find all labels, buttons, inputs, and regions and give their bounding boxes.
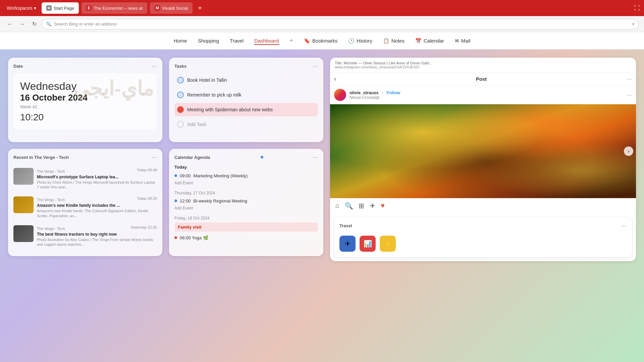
tab-start-page[interactable]: ⊞ Start Page: [42, 2, 79, 14]
travel-icon-1[interactable]: ✈: [339, 236, 356, 252]
calendar-today-title: Today: [174, 165, 318, 170]
travel-card-title: Travel: [339, 223, 352, 228]
calendar-dot: [261, 156, 263, 159]
back-button[interactable]: ←: [5, 19, 15, 29]
calendar-event-2: 12:00 Bi-weekly Regional Meeting: [174, 197, 318, 204]
nav-notes-label: Notes: [391, 38, 405, 44]
calendar-event-highlight: Family visit: [174, 223, 318, 232]
verge-desc-3: Photo illustration by Alex Castro / The …: [37, 237, 157, 247]
travel-card: Travel ⋯ ✈ 📊 ⚡: [334, 217, 632, 257]
instagram-add-button[interactable]: ⊞: [359, 202, 364, 210]
travel-icon-2[interactable]: 📊: [360, 236, 376, 252]
calendar-friday-section: Friday, 18 Oct 2024 Family visit 06:00 Y…: [174, 216, 318, 241]
add-task-icon: [177, 121, 184, 128]
calendar-icon: 📅: [415, 38, 422, 44]
date-card: Date ⋯ Wednesday 16 October 2024 Week 42…: [8, 58, 162, 142]
instagram-search-button[interactable]: 🔍: [345, 202, 353, 210]
nav-bookmarks-label: Bookmarks: [312, 38, 337, 44]
search-icon: 🔍: [46, 21, 51, 26]
instagram-card: Title: Micheile — Olivie Strauss | Like …: [330, 58, 636, 261]
verge-card-menu[interactable]: ⋯: [152, 154, 157, 161]
task-checkbox-2[interactable]: [177, 92, 184, 98]
nav-add-button[interactable]: +: [290, 37, 293, 44]
forward-button[interactable]: →: [17, 19, 27, 29]
task-item-3[interactable]: Meeting with Spiderman about new webs: [174, 103, 318, 116]
nav-history[interactable]: 🕐 History: [348, 37, 372, 45]
task-label-3: Meeting with Spiderman about new webs: [187, 107, 273, 112]
verge-source-3: The Verge - Tech: [37, 227, 65, 231]
tasks-card-header: Tasks ⋯: [174, 63, 318, 69]
event-label-1: Marketing Meeting (Weekly): [194, 173, 248, 178]
verge-headline-3: The best fitness trackers to buy right n…: [37, 232, 157, 237]
event-dot-2: [174, 199, 177, 202]
add-event-button-2[interactable]: Add Event: [174, 204, 318, 212]
task-item-1[interactable]: Book Hotel in Tallin: [174, 73, 318, 87]
window-controls[interactable]: ⛶: [634, 5, 640, 12]
nav-shopping-label: Shopping: [198, 38, 219, 44]
add-event-button-1[interactable]: Add Event: [174, 179, 318, 187]
date-week: Week 42: [20, 104, 150, 109]
date-time: 10:20: [20, 112, 150, 123]
nav-home[interactable]: Home: [174, 37, 187, 45]
verge-desc-1: Photo by Chris Welch / The Verge Microso…: [37, 180, 157, 190]
instagram-back-button[interactable]: ‹: [334, 75, 336, 82]
travel-card-header: Travel ⋯: [339, 223, 627, 229]
nav-mail-label: Mail: [461, 38, 471, 44]
verge-time-2: Today 08:30: [137, 196, 157, 200]
main-navigation: Home Shopping Travel Dashboard + 🔖 Bookm…: [0, 32, 644, 50]
nav-travel[interactable]: Travel: [230, 37, 244, 45]
workspaces-button[interactable]: Workspaces ▾: [4, 4, 39, 12]
task-checkbox-1[interactable]: [177, 77, 184, 83]
tab-vivaldi[interactable]: M Vivaldi Social: [150, 2, 193, 14]
calendar-card-header: Calendar Agenda ⋯: [174, 154, 318, 161]
verge-article-2[interactable]: The Verge - Tech Today 08:30 Amazon's ne…: [13, 193, 157, 222]
calendar-thursday-header: Thursday, 17 Oct 2024: [174, 191, 318, 195]
travel-icon-3[interactable]: ⚡: [380, 236, 396, 252]
verge-article-3[interactable]: The Verge - Tech Yesterday 22:26 The bes…: [13, 222, 157, 250]
verge-headline-1: Microsoft's prototype Surface Laptop lea…: [37, 175, 157, 179]
refresh-button[interactable]: ↻: [30, 19, 39, 29]
calendar-card-menu[interactable]: ⋯: [313, 154, 318, 161]
nav-notes[interactable]: 📋 Notes: [383, 37, 405, 45]
nav-bookmarks[interactable]: 🔖 Bookmarks: [304, 37, 337, 45]
tab-economist[interactable]: E The Economist – news at: [82, 2, 147, 14]
instagram-share-button[interactable]: ✈: [370, 202, 375, 210]
new-tab-button[interactable]: +: [195, 3, 205, 13]
event-yoga-label: 06:00 Yoga 🌿: [180, 235, 208, 240]
instagram-url: www.instagram.com/olivie_strauss/p/CkK2V…: [335, 65, 631, 69]
event-dot-yoga: [174, 236, 177, 239]
instagram-follow-button[interactable]: Follow: [387, 90, 400, 95]
bookmarks-icon: 🔖: [304, 38, 310, 44]
task-checkbox-3[interactable]: [177, 106, 184, 113]
add-task-button[interactable]: Add Task: [174, 118, 318, 131]
date-card-title: Date: [13, 64, 23, 69]
address-bar[interactable]: 🔍 Search Bing or enter an address ▾: [42, 19, 639, 29]
verge-article-1[interactable]: The Verge - Tech Today 09:48 Microsoft's…: [13, 165, 157, 193]
verge-article-content-2: The Verge - Tech Today 08:30 Amazon's ne…: [37, 196, 157, 218]
task-item-2[interactable]: Remember to pick up milk: [174, 88, 318, 102]
tasks-card-menu[interactable]: ⋯: [313, 63, 318, 69]
page-content: Date ⋯ Wednesday 16 October 2024 Week 42…: [0, 50, 644, 362]
mail-icon: ✉: [455, 38, 459, 44]
nav-calendar-label: Calendar: [424, 38, 444, 44]
instagram-heart-button[interactable]: ♥: [381, 202, 385, 210]
instagram-post-menu[interactable]: ⋯: [627, 92, 632, 98]
verge-time-3: Yesterday 22:26: [130, 225, 157, 229]
date-card-menu[interactable]: ⋯: [152, 63, 157, 69]
verge-article-content-3: The Verge - Tech Yesterday 22:26 The bes…: [37, 225, 157, 247]
instagram-title-bar: Title: Micheile — Olivie Strauss | Like …: [330, 58, 636, 73]
arabic-watermark: ماي-ايجي: [73, 77, 154, 100]
instagram-home-button[interactable]: ⌂: [335, 202, 339, 210]
nav-calendar[interactable]: 📅 Calendar: [415, 37, 444, 45]
instagram-next-button[interactable]: ›: [624, 146, 633, 156]
nav-shopping[interactable]: Shopping: [198, 37, 219, 45]
calendar-thursday-section: Thursday, 17 Oct 2024 12:00 Bi-weekly Re…: [174, 191, 318, 212]
nav-mail[interactable]: ✉ Mail: [455, 37, 471, 45]
tab-label-economist: The Economist – news at: [94, 6, 143, 11]
nav-dashboard[interactable]: Dashboard: [254, 37, 279, 45]
travel-card-menu[interactable]: ⋯: [621, 223, 627, 229]
instagram-user-info: olivie_strauss • Follow Nieuw-Crooswijk: [350, 90, 400, 100]
instagram-post-image: ›: [330, 104, 636, 198]
instagram-post-label: Post: [476, 76, 487, 82]
instagram-more-button[interactable]: ⋯: [627, 76, 632, 82]
